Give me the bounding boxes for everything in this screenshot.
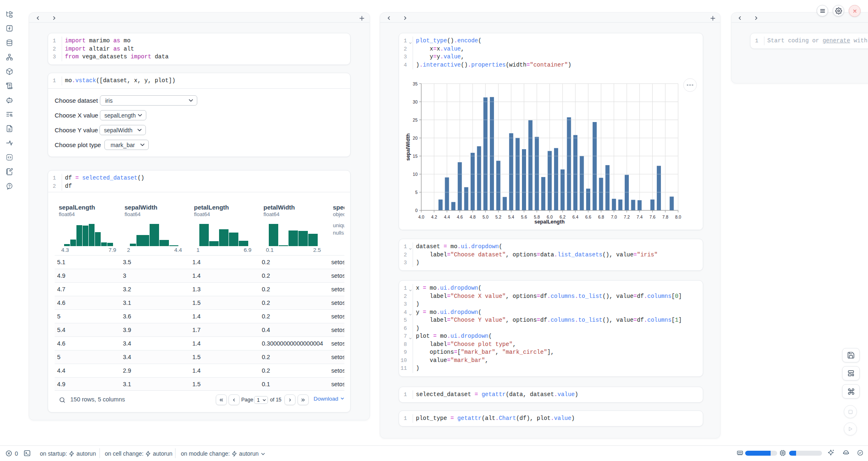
svg-text:25: 25 — [413, 118, 418, 122]
svg-text:30: 30 — [413, 99, 418, 104]
svg-text:7.6: 7.6 — [649, 214, 656, 219]
svg-text:6.8: 6.8 — [598, 214, 604, 219]
svg-text:20: 20 — [413, 136, 418, 141]
svg-text:7.8: 7.8 — [662, 214, 668, 219]
svg-text:5: 5 — [415, 190, 418, 195]
svg-text:6.6: 6.6 — [585, 214, 591, 219]
svg-text:7.0: 7.0 — [611, 214, 617, 219]
svg-text:4.4: 4.4 — [444, 214, 450, 219]
svg-text:4.0: 4.0 — [418, 214, 425, 219]
svg-text:4.6: 4.6 — [457, 214, 463, 219]
svg-text:15: 15 — [413, 154, 418, 159]
svg-text:4.2: 4.2 — [431, 214, 437, 219]
svg-text:7.4: 7.4 — [637, 214, 643, 219]
svg-text:0: 0 — [415, 208, 418, 213]
svg-text:5.2: 5.2 — [495, 214, 501, 219]
svg-text:4.8: 4.8 — [470, 214, 476, 219]
svg-text:35: 35 — [413, 81, 418, 86]
svg-text:6.4: 6.4 — [573, 214, 579, 219]
svg-text:5.0: 5.0 — [482, 214, 489, 219]
svg-text:8.0: 8.0 — [675, 214, 681, 219]
svg-text:sepalLength: sepalLength — [534, 219, 565, 225]
svg-text:sepalWidth: sepalWidth — [405, 134, 411, 161]
svg-text:7.2: 7.2 — [624, 214, 630, 219]
svg-text:5.6: 5.6 — [521, 214, 527, 219]
svg-text:5.4: 5.4 — [508, 214, 514, 219]
svg-text:10: 10 — [413, 172, 418, 177]
